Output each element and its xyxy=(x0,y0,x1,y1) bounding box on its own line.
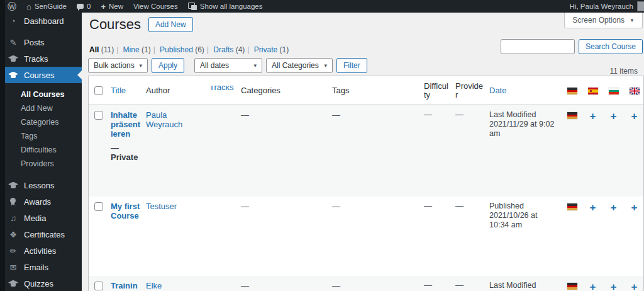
comments-link[interactable]: 0 xyxy=(77,3,91,10)
submenu-item-all-courses[interactable]: All Courses xyxy=(5,88,82,101)
sidebar-item-activities[interactable]: ✏ Activities xyxy=(5,243,82,259)
site-name-link[interactable]: ⌂ SenGuide xyxy=(26,3,67,11)
add-english-translation-button[interactable]: + xyxy=(631,202,638,212)
bulk-actions-select[interactable]: Bulk actions ▾ xyxy=(88,58,148,73)
sidebar-item-lessons[interactable]: Lessons xyxy=(5,177,82,193)
author-link[interactable]: Testuser xyxy=(146,202,205,211)
row-checkbox[interactable] xyxy=(94,202,103,211)
german-flag-icon[interactable] xyxy=(567,112,577,119)
bulgarian-flag-icon xyxy=(609,88,619,94)
categories-value: — xyxy=(241,110,249,120)
wordpress-logo-icon: Ⓦ xyxy=(8,2,16,11)
submenu-item-tags[interactable]: Tags xyxy=(5,129,82,143)
greeting-label: Hi, Paula Weyrauch xyxy=(570,3,633,10)
course-title-link[interactable]: Trainin xyxy=(111,281,142,290)
date-status: Last Modified xyxy=(489,110,559,120)
chevron-down-icon: ▾ xyxy=(325,62,328,69)
table-toolbar: Bulk actions ▾ Apply All dates ▾ All Cat… xyxy=(88,58,367,73)
account-menu[interactable]: Hi, Paula Weyrauch xyxy=(570,1,644,11)
course-title-link[interactable]: My first Course xyxy=(111,202,142,220)
certificate-icon: ❖ xyxy=(8,230,18,239)
add-spanish-translation-button[interactable]: + xyxy=(590,281,596,291)
sidebar-item-emails[interactable]: ✉ Emails xyxy=(5,259,82,275)
envelope-icon: ✉ xyxy=(8,263,18,272)
new-content-menu[interactable]: + New xyxy=(101,2,123,11)
sidebar-item-label: Lessons xyxy=(24,181,54,190)
search-input[interactable] xyxy=(501,39,575,54)
sidebar-item-posts[interactable]: ✎ Posts xyxy=(5,34,82,50)
activity-pencil-icon: ✏ xyxy=(8,246,18,256)
column-header-date[interactable]: Date xyxy=(489,86,506,95)
add-spanish-translation-button[interactable]: + xyxy=(590,202,596,212)
sidebar-item-label: Courses xyxy=(24,71,54,80)
view-courses-link[interactable]: View Courses xyxy=(133,3,178,10)
sidebar-item-awards[interactable]: Awards xyxy=(5,193,82,210)
plus-icon: + xyxy=(101,2,106,11)
view-filter-links: All (11)| Mine (1)| Published (6)| Draft… xyxy=(89,45,289,54)
column-header-categories: Categories xyxy=(241,86,280,95)
row-checkbox[interactable] xyxy=(94,282,103,290)
graduation-cap-icon xyxy=(8,71,18,79)
wordpress-logo-menu[interactable]: Ⓦ xyxy=(8,2,16,11)
courses-table: Title Author Tracks Categories Tags Diff… xyxy=(88,76,644,291)
media-notes-icon: ♫ xyxy=(8,214,18,223)
add-new-button[interactable]: Add New xyxy=(148,17,193,32)
view-all-count: (11) xyxy=(101,45,114,54)
add-english-translation-button[interactable]: + xyxy=(631,281,638,291)
spanish-flag-icon xyxy=(588,88,598,94)
add-english-translation-button[interactable]: + xyxy=(631,110,638,121)
search-box: Search Course xyxy=(501,39,643,54)
view-private-link[interactable]: Private xyxy=(254,45,277,54)
add-spanish-translation-button[interactable]: + xyxy=(590,110,596,121)
graduation-cap-icon xyxy=(8,181,18,190)
column-header-title[interactable]: Title xyxy=(111,86,126,95)
submenu-item-add-new[interactable]: Add New xyxy=(5,101,82,115)
sidebar-item-certificates[interactable]: ❖ Certificates xyxy=(5,226,82,243)
german-flag-icon[interactable] xyxy=(567,203,577,210)
add-bulgarian-translation-button[interactable]: + xyxy=(611,202,617,212)
sidebar-item-media[interactable]: ♫ Media xyxy=(5,210,82,226)
view-courses-label: View Courses xyxy=(133,3,178,10)
admin-sidebar: ◔ Dashboard ✎ Posts Tracks Courses All C… xyxy=(0,13,82,291)
select-all-checkbox[interactable] xyxy=(94,86,103,95)
submenu-item-providers[interactable]: Providers xyxy=(5,157,82,171)
screen-options-button[interactable]: Screen Options ▼ xyxy=(564,13,643,28)
category-filter-select[interactable]: All Categories ▾ xyxy=(266,58,333,73)
row-checkbox[interactable] xyxy=(94,111,103,120)
filter-button[interactable]: Filter xyxy=(336,58,367,73)
sidebar-item-courses[interactable]: Courses xyxy=(0,67,82,83)
pushpin-icon: ✎ xyxy=(8,38,18,47)
author-link[interactable]: Paula Weyrauch xyxy=(146,110,205,129)
sidebar-item-dashboard[interactable]: ◔ Dashboard xyxy=(5,13,82,29)
date-filter-select[interactable]: All dates ▾ xyxy=(194,58,262,73)
comment-bubble-icon xyxy=(77,4,84,9)
languages-menu[interactable]: Show all languages xyxy=(188,3,263,10)
view-mine-link[interactable]: Mine xyxy=(123,45,140,54)
column-header-tracks[interactable]: Tracks xyxy=(209,86,234,92)
table-header-row: Title Author Tracks Categories Tags Diff… xyxy=(89,76,644,105)
chevron-down-icon: ▾ xyxy=(139,62,142,69)
post-state: Private xyxy=(111,152,142,162)
view-published-link[interactable]: Published xyxy=(160,45,193,54)
column-header-provider: Provider xyxy=(455,82,483,100)
add-bulgarian-translation-button[interactable]: + xyxy=(611,281,617,291)
languages-label: Show all languages xyxy=(200,3,263,10)
search-course-button[interactable]: Search Course xyxy=(579,39,643,54)
course-title-link[interactable]: Inhalte präsentieren xyxy=(111,110,142,139)
tags-value: — xyxy=(332,110,340,120)
submenu-item-difficulties[interactable]: Difficulties xyxy=(5,143,82,157)
apply-button[interactable]: Apply xyxy=(152,58,184,73)
chevron-down-icon: ▼ xyxy=(630,18,635,23)
german-flag-icon[interactable] xyxy=(567,283,577,290)
uk-flag-icon xyxy=(630,88,640,94)
author-link[interactable]: Elke Tippelmann xyxy=(146,281,205,291)
sidebar-item-tracks[interactable]: Tracks xyxy=(5,50,82,67)
page-header: Courses Add New xyxy=(89,16,193,33)
sidebar-item-quizzes[interactable]: Quizzes xyxy=(5,275,82,291)
submenu-item-categories[interactable]: Categories xyxy=(5,115,82,129)
add-bulgarian-translation-button[interactable]: + xyxy=(611,110,617,121)
view-drafts-link[interactable]: Drafts xyxy=(213,45,233,54)
home-icon: ⌂ xyxy=(26,3,31,11)
view-all-link[interactable]: All xyxy=(89,45,99,54)
courses-submenu: All Courses Add New Categories Tags Diff… xyxy=(5,83,82,177)
